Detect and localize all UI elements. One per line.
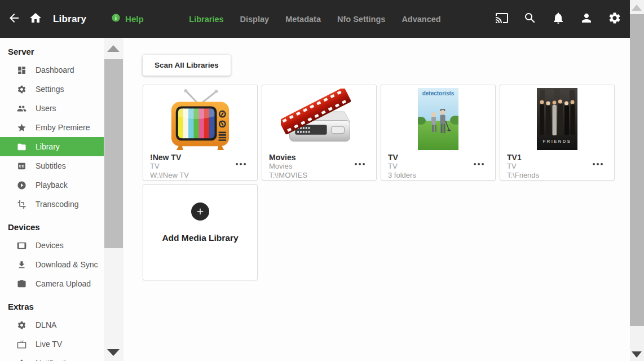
scroll-up-arrow[interactable] [632,5,642,11]
notifications-button[interactable] [549,10,568,29]
more-options-icon[interactable] [352,161,367,168]
sidebar-item-users[interactable]: Users [0,99,104,118]
film-strip-drive-artwork-image [262,85,376,151]
library-card-path: T:\!MOVIES [262,171,376,180]
tab-display[interactable]: Display [240,15,270,24]
download-icon [17,259,27,270]
star-icon [17,122,27,133]
more-options-icon[interactable] [590,161,605,168]
sidebar-item-download-sync[interactable]: Download & Sync [0,255,104,274]
library-card-tv1[interactable]: FRIENDS TV1 TV T:\Friends [500,85,615,180]
search-icon [523,11,537,27]
gear-icon [17,84,27,94]
sidebar-nav: Server Dashboard Settings Users Emby Pre… [0,38,104,361]
detectorists-poster-image: detectorists [381,85,495,151]
scroll-up-arrow[interactable] [107,45,120,52]
library-card-title: TV [381,151,495,162]
scroll-down-arrow[interactable] [107,349,120,356]
sidebar-item-devices[interactable]: Devices [0,236,104,255]
poster-title-text: detectorists [422,90,455,96]
notifications-icon [552,11,565,27]
sidebar-item-dlna[interactable]: DLNA [0,315,104,334]
camera-icon [17,279,27,289]
sidebar-item-library[interactable]: Library [0,137,104,156]
header-nav-tabs: Libraries Display Metadata Nfo Settings … [189,15,440,24]
dlna-gear-icon [17,320,27,330]
library-content: Scan All Libraries [123,38,630,361]
help-label: Help [125,14,144,24]
plus-circle-icon [191,202,209,221]
settings-icon [608,11,621,27]
closed-caption-icon [17,161,27,171]
live-tv-icon [17,339,27,349]
scroll-down-arrow[interactable] [632,351,642,358]
library-card-tv[interactable]: detectorists TV TV 3 folders [381,85,496,180]
scrollbar-thumb[interactable] [104,59,123,248]
page-title: Library [53,14,86,25]
library-card-path: 3 folders [381,171,495,180]
library-card-title: Movies [262,151,376,162]
scrollbar-thumb[interactable] [630,14,644,326]
library-card-path: T:\Friends [500,171,614,180]
sidebar-item-emby-premiere[interactable]: Emby Premiere [0,118,104,137]
sidebar-section-extras: Extras [0,298,104,315]
tab-metadata[interactable]: Metadata [285,15,321,24]
sidebar-section-devices: Devices [0,219,104,236]
search-button[interactable] [521,10,540,29]
tab-advanced[interactable]: Advanced [402,15,440,24]
help-info-icon [111,13,121,25]
add-media-library-card[interactable]: Add Media Library [143,184,258,280]
add-media-library-label: Add Media Library [162,233,238,243]
play-circle-icon [17,180,27,190]
user-icon [580,11,593,27]
sidebar-item-playback[interactable]: Playback [0,175,104,195]
sidebar-item-settings[interactable]: Settings [0,80,104,99]
sidebar-item-dashboard[interactable]: Dashboard [0,60,104,80]
back-icon [7,11,21,27]
bell-icon [17,358,27,361]
more-options-icon[interactable] [471,161,486,168]
home-icon [29,11,42,27]
sidebar-scrollbar[interactable] [104,38,123,361]
library-card-path: W:\!New TV [143,171,257,180]
users-icon [17,103,27,113]
home-button[interactable] [26,10,45,29]
sidebar-item-camera-upload[interactable]: Camera Upload [0,274,104,293]
sidebar-item-transcoding[interactable]: Transcoding [0,195,104,214]
header-actions [492,10,630,29]
sidebar-item-notifications[interactable]: Notifications [0,354,104,361]
sidebar-item-subtitles[interactable]: Subtitles [0,156,104,175]
friends-poster-image: FRIENDS [500,85,614,151]
top-app-bar: Library Help Libraries Display Metadata … [0,0,630,38]
tab-libraries[interactable]: Libraries [189,15,223,24]
poster-title-text: FRIENDS [543,139,571,144]
retro-tv-artwork-image [143,85,257,151]
sidebar-section-server: Server [0,43,104,60]
device-icon [17,240,27,250]
folder-icon [17,142,27,152]
user-button[interactable] [577,10,596,29]
help-link[interactable]: Help [111,13,144,25]
cast-icon [495,11,509,27]
scan-all-libraries-button[interactable]: Scan All Libraries [143,55,231,76]
dashboard-icon [17,65,27,75]
back-button[interactable] [5,10,24,29]
more-options-icon[interactable] [233,161,248,168]
library-card-movies[interactable]: Movies Movies T:\!MOVIES [262,85,377,180]
library-card-title: !New TV [143,151,257,162]
page-scrollbar[interactable] [630,0,644,361]
library-card-new-tv[interactable]: !New TV TV W:\!New TV [143,85,258,180]
sidebar-item-live-tv[interactable]: Live TV [0,334,104,354]
transform-icon [17,199,27,209]
settings-button[interactable] [605,10,624,29]
cast-button[interactable] [492,10,511,29]
library-cards-grid: !New TV TV W:\!New TV [143,85,620,280]
library-card-title: TV1 [500,151,614,162]
tab-nfo-settings[interactable]: Nfo Settings [337,15,385,24]
